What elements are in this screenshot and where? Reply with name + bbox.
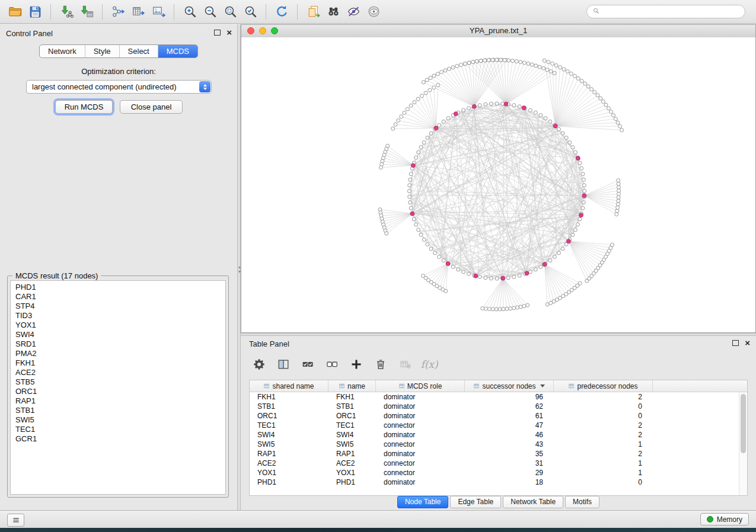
export-network-icon[interactable] [108, 3, 128, 21]
memory-button[interactable]: Memory [700, 513, 749, 525]
table-row[interactable]: YOX1YOX1connector291 [250, 468, 747, 477]
table-cell: YOX1 [328, 469, 376, 477]
network-window-titlebar[interactable]: YPA_prune.txt_1 [241, 25, 755, 38]
table-row[interactable]: STB1STB1dominator620 [250, 402, 747, 411]
add-row-icon[interactable] [349, 357, 364, 372]
table-cell: SWI5 [328, 440, 376, 448]
column-header-MCDS-role[interactable]: MCDS role [376, 380, 465, 392]
tab-edge-table[interactable]: Edge Table [450, 496, 501, 508]
sort-desc-icon [540, 384, 545, 387]
mcds-result-item[interactable]: PHD1 [11, 283, 225, 292]
close-panel-button[interactable]: Close panel [120, 100, 183, 114]
close-window-icon[interactable] [247, 27, 254, 34]
table-body: FKH1FKH1dominator962STB1STB1dominator620… [250, 392, 747, 487]
mcds-result-item[interactable]: ORC1 [11, 387, 225, 396]
import-network-icon[interactable] [56, 3, 76, 21]
mcds-result-item[interactable]: TEC1 [11, 425, 225, 434]
table-row[interactable]: SWI5SWI5connector431 [250, 440, 747, 449]
splitter-collapse-icon[interactable] [238, 266, 241, 268]
float-window-icon[interactable] [732, 340, 739, 346]
mcds-result-item[interactable]: YOX1 [11, 321, 225, 330]
show-hide-icon[interactable] [363, 3, 384, 21]
column-header-name[interactable]: name [328, 380, 376, 392]
table-scrollbar[interactable] [739, 392, 747, 495]
table-panel-tabs: Node TableEdge TableNetwork TableMotifs [241, 496, 756, 508]
search-icon [592, 7, 604, 17]
table-row[interactable]: ACE2ACE2connector311 [250, 459, 747, 468]
minimize-window-icon[interactable] [259, 27, 266, 34]
float-window-icon[interactable] [214, 30, 221, 36]
clone-network-icon[interactable] [303, 3, 323, 21]
zoom-in-icon[interactable] [180, 3, 200, 21]
table-cell: FKH1 [328, 393, 376, 401]
mcds-result-item[interactable]: STB1 [11, 406, 225, 415]
tab-mcds[interactable]: MCDS [158, 45, 197, 57]
zoom-fit-icon[interactable] [220, 3, 240, 21]
table-row[interactable]: PHD1PHD1dominator180 [250, 477, 747, 487]
network-graph[interactable] [241, 37, 755, 332]
table-cell: FKH1 [250, 393, 328, 401]
table-row[interactable]: TEC1TEC1connector472 [250, 421, 747, 430]
control-panel-tabs: NetworkStyleSelectMCDS [39, 44, 198, 58]
tab-network-table[interactable]: Network Table [503, 496, 563, 508]
columns-icon[interactable] [276, 357, 291, 372]
mcds-result-item[interactable]: PMA2 [11, 349, 225, 358]
search-input[interactable] [604, 7, 739, 17]
zoom-out-icon[interactable] [200, 3, 220, 21]
close-panel-icon[interactable]: × [745, 339, 750, 346]
table-row[interactable]: RAP1RAP1dominator352 [250, 449, 747, 459]
export-image-icon[interactable] [148, 3, 168, 21]
table-cell: SWI5 [250, 440, 328, 448]
export-table-icon[interactable] [128, 3, 148, 21]
column-header-shared-name[interactable]: shared name [250, 380, 328, 392]
mcds-result-list[interactable]: PHD1CAR1STP4TID3YOX1SWI4SRD1PMA2FKH1ACE2… [10, 280, 226, 495]
mcds-result-item[interactable]: RAP1 [11, 396, 225, 406]
column-header-predecessor-nodes[interactable]: predecessor nodes [554, 380, 653, 392]
mcds-result-item[interactable]: FKH1 [11, 358, 225, 368]
table-cell: 2 [554, 450, 653, 458]
table-row[interactable]: SWI4SWI4dominator462 [250, 430, 747, 440]
run-mcds-button[interactable]: Run MCDS [55, 100, 113, 114]
splitter-expand-icon[interactable] [238, 271, 241, 273]
criterion-select[interactable]: largest connected component (undirected) [26, 80, 212, 94]
gear-icon[interactable] [251, 357, 267, 372]
scrollbar-thumb[interactable] [741, 394, 746, 453]
table-cell: ORC1 [250, 412, 328, 420]
import-table-icon[interactable] [76, 3, 97, 21]
delete-row-icon[interactable] [373, 357, 388, 372]
mcds-result-item[interactable]: ACE2 [11, 368, 225, 377]
table-cell: dominator [376, 450, 465, 458]
tab-motifs[interactable]: Motifs [565, 496, 599, 508]
find-icon[interactable] [323, 3, 343, 21]
tab-style[interactable]: Style [85, 45, 119, 57]
zoom-selected-icon[interactable] [240, 3, 260, 21]
network-canvas[interactable] [241, 37, 755, 332]
mcds-result-item[interactable]: SWI5 [11, 415, 225, 425]
menu-button[interactable] [7, 514, 24, 527]
tab-select[interactable]: Select [119, 45, 158, 57]
mcds-result-item[interactable]: STB5 [11, 377, 225, 387]
table-row[interactable]: ORC1ORC1dominator610 [250, 411, 747, 421]
table-cell: 46 [465, 431, 554, 439]
mcds-result-item[interactable]: SWI4 [11, 330, 225, 339]
refresh-icon[interactable] [272, 3, 292, 21]
style-eye-icon[interactable] [343, 3, 363, 21]
maximize-window-icon[interactable] [271, 27, 278, 34]
unselect-all-icon[interactable] [324, 357, 340, 372]
network-window-title: YPA_prune.txt_1 [241, 25, 755, 37]
toolbar-divider [50, 4, 51, 20]
mcds-result-item[interactable]: SRD1 [11, 339, 225, 349]
select-all-icon[interactable] [300, 357, 315, 372]
tab-network[interactable]: Network [40, 45, 85, 57]
save-icon[interactable] [25, 3, 45, 21]
mcds-result-item[interactable]: STP4 [11, 302, 225, 311]
search-box [586, 5, 745, 18]
mcds-result-item[interactable]: GCR1 [11, 434, 225, 444]
close-panel-icon[interactable]: × [227, 29, 232, 36]
table-row[interactable]: FKH1FKH1dominator962 [250, 392, 747, 402]
mcds-result-item[interactable]: TID3 [11, 311, 225, 321]
tab-node-table[interactable]: Node Table [397, 496, 449, 508]
column-header-successor-nodes[interactable]: successor nodes [465, 380, 554, 392]
open-icon[interactable] [5, 3, 25, 21]
mcds-result-item[interactable]: CAR1 [11, 292, 225, 302]
